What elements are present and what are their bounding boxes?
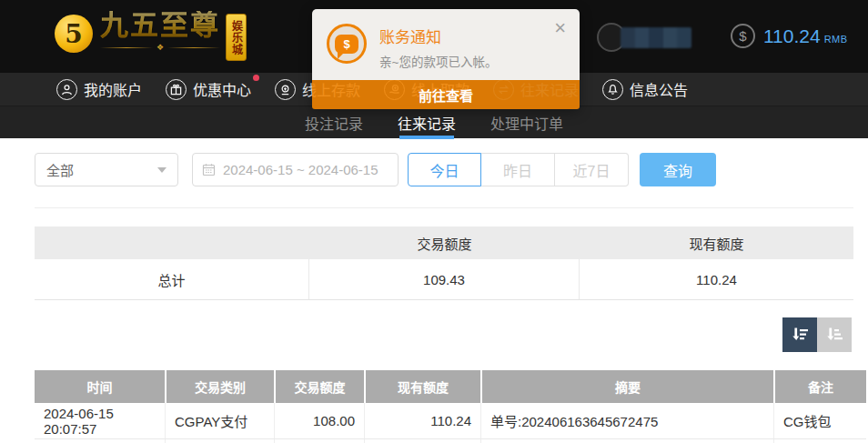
quick-last7days-button[interactable]: 近7日	[555, 153, 629, 186]
sort-ascending-button[interactable]	[817, 317, 852, 352]
logo-badge: 娱乐城	[226, 14, 247, 61]
notification-title: 账务通知	[379, 25, 441, 47]
balance-amount: 110.24	[763, 25, 821, 47]
cell-transaction-amount: 108.00	[274, 403, 364, 438]
deposit-icon	[275, 79, 296, 100]
quick-date-group: 今日 昨日 近7日	[408, 153, 629, 186]
sort-controls	[782, 317, 852, 352]
chevron-down-icon	[157, 167, 167, 173]
summary-header-current-balance: 现有额度	[580, 227, 853, 259]
notification-dot	[253, 75, 259, 81]
logo-brand-text: 九五至尊	[100, 11, 220, 40]
logo-flourish-icon: ❖	[100, 44, 220, 52]
nav-label: 我的账户	[84, 78, 142, 100]
cell-type: CGPAY支付	[165, 403, 274, 438]
table-header-row: 时间 交易类别 交易额度 现有额度 摘要 备注	[35, 370, 866, 403]
sort-descending-button[interactable]	[782, 317, 817, 352]
username-redacted	[621, 27, 691, 48]
date-range-input[interactable]: 2024-06-15 ~ 2024-06-15	[192, 153, 399, 186]
nav-label: 优惠中心	[193, 78, 251, 100]
summary-header-row: 交易额度 现有额度	[35, 227, 853, 259]
site-logo[interactable]: 5 九五至尊 ❖ 娱乐城	[55, 11, 247, 61]
logo-mark-icon: 5	[55, 15, 93, 53]
cell-time: 2024-06-15 20:07:57	[35, 403, 165, 438]
col-header-type: 交易类别	[165, 370, 274, 403]
filter-toolbar: 全部 2024-06-15 ~ 2024-06-15 今日 昨日 近7日 查询	[35, 153, 716, 186]
tab-transaction-records[interactable]: 往来记录	[398, 106, 456, 139]
summary-header-blank	[35, 227, 309, 259]
sort-asc-icon	[824, 325, 844, 345]
col-header-time: 时间	[35, 370, 165, 403]
gift-icon	[166, 79, 187, 100]
summary-total-label: 总计	[35, 259, 309, 299]
nav-label: 信息公告	[630, 78, 688, 100]
table-row-partial	[35, 439, 866, 443]
bell-icon	[602, 79, 623, 100]
summary-total-row: 总计 109.43 110.24	[35, 259, 853, 300]
summary-transaction-amount: 109.43	[309, 259, 580, 299]
col-header-summary: 摘要	[480, 370, 773, 403]
cell-remark: CG钱包	[773, 403, 866, 438]
balance-display[interactable]: $ 110.24 RMB	[731, 24, 848, 48]
transactions-table: 时间 交易类别 交易额度 现有额度 摘要 备注 2024-06-15 20:07…	[35, 370, 866, 443]
record-tabs: 投注记录 往来记录 处理中订单	[0, 106, 868, 138]
type-select[interactable]: 全部	[35, 153, 178, 186]
nav-item-announcements[interactable]: 信息公告	[602, 78, 688, 100]
notification-body: $ 账务通知 亲~您的款项已入帐。 ×	[312, 9, 580, 80]
date-range-value: 2024-06-15 ~ 2024-06-15	[223, 162, 378, 177]
section-divider	[35, 207, 853, 208]
nav-item-promotions[interactable]: 优惠中心	[166, 78, 251, 100]
balance-currency: RMB	[824, 28, 848, 45]
money-message-icon: $	[327, 24, 367, 64]
col-header-transaction-amount: 交易额度	[274, 370, 364, 403]
go-view-button[interactable]: 前往查看	[312, 80, 580, 109]
notification-popup: $ 账务通知 亲~您的款项已入帐。 × 前往查看	[312, 9, 580, 109]
tab-betting-records[interactable]: 投注记录	[305, 106, 363, 139]
search-button[interactable]: 查询	[640, 153, 716, 186]
cell-summary: 单号:202406163645672475	[480, 403, 773, 438]
user-icon	[56, 79, 77, 100]
sort-desc-icon	[790, 325, 810, 345]
close-icon[interactable]: ×	[554, 18, 566, 38]
user-account[interactable]	[597, 24, 691, 51]
notification-message: 亲~您的款项已入帐。	[379, 52, 497, 70]
calendar-icon	[202, 163, 216, 176]
quick-today-button[interactable]: 今日	[408, 153, 481, 186]
quick-yesterday-button[interactable]: 昨日	[481, 153, 555, 186]
summary-current-balance: 110.24	[580, 259, 853, 299]
cell-current-balance: 110.24	[364, 403, 480, 438]
summary-header-transaction-amount: 交易额度	[309, 227, 580, 259]
table-row: 2024-06-15 20:07:57 CGPAY支付 108.00 110.2…	[35, 403, 866, 439]
summary-table: 交易额度 现有额度 总计 109.43 110.24	[35, 227, 853, 300]
nav-item-my-account[interactable]: 我的账户	[56, 78, 142, 100]
tab-pending-orders[interactable]: 处理中订单	[490, 106, 563, 139]
col-header-current-balance: 现有额度	[364, 370, 480, 403]
dollar-icon: $	[731, 24, 755, 48]
type-select-value: 全部	[46, 160, 74, 179]
col-header-remark: 备注	[773, 370, 866, 403]
